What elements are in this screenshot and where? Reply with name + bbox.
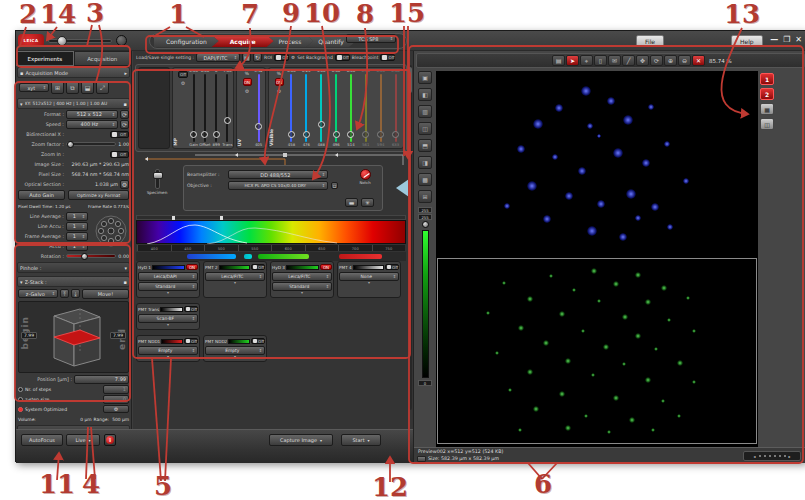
emission-spectrum[interactable] xyxy=(136,220,406,244)
autofocus-button[interactable]: AutoFocus xyxy=(21,434,63,446)
laser-slider-899[interactable]: 0899 xyxy=(211,68,222,148)
detector-expander[interactable]: ▾ xyxy=(138,355,198,360)
snapshot-icon[interactable]: ⊞ xyxy=(418,190,432,203)
detector-off-toggle[interactable]: Off xyxy=(251,338,265,344)
pan-icon[interactable]: ✥ xyxy=(636,55,649,66)
line-accu-stepper[interactable]: 1⇕ xyxy=(66,222,88,231)
pinhole-header[interactable]: Pinhole :▾ xyxy=(17,262,130,273)
rotation-wheel[interactable] xyxy=(94,214,128,248)
single-view-icon[interactable]: ▣ xyxy=(418,71,432,84)
annotation-icon[interactable]: ✉ xyxy=(608,55,621,66)
z-position-field[interactable]: 7.99 xyxy=(74,375,129,384)
laser-knob[interactable] xyxy=(213,131,220,138)
laser-slider-594[interactable]: 0.00594 xyxy=(373,68,388,148)
intensity-reset-button[interactable] xyxy=(116,35,127,46)
detector-off-toggle[interactable]: Off xyxy=(184,306,198,312)
tab-experiments[interactable]: Experiments xyxy=(16,51,74,66)
set-begin-button[interactable]: ⤒ xyxy=(60,289,69,298)
start-button[interactable]: Start▾ xyxy=(341,434,381,446)
zstack-header[interactable]: ▾ Z-Stack : ▪ xyxy=(17,276,130,287)
steps-field[interactable]: 1 xyxy=(103,385,129,394)
middle-scrollbar[interactable] xyxy=(408,65,412,410)
detector-expander[interactable]: ▾ xyxy=(138,323,198,328)
maximize-button[interactable]: ❐ xyxy=(783,35,790,44)
system-optimized-gear-button[interactable]: ⚙ xyxy=(103,405,129,413)
split-channel-icon[interactable]: ◫ xyxy=(418,122,432,135)
roi-gear-icon[interactable]: ⚙ xyxy=(291,55,295,60)
lut-gradient-bar[interactable] xyxy=(422,230,429,378)
bidirectional-toggle[interactable]: Off xyxy=(110,131,129,138)
lut-knob[interactable] xyxy=(422,221,429,228)
set-background-toggle[interactable]: Off xyxy=(335,54,350,61)
objective-info-button[interactable]: ▫ xyxy=(331,182,338,189)
begin-position[interactable]: 7.99 xyxy=(21,332,37,339)
tile-view-icon[interactable]: ◧ xyxy=(418,88,432,101)
laser-slider-633[interactable]: 0.00633 xyxy=(388,68,403,148)
laser-slider-488[interactable]: 5.00488 xyxy=(314,68,329,148)
detector-expander[interactable]: ▾ xyxy=(138,291,198,296)
accu-stepper[interactable]: 1⇕ xyxy=(66,242,88,251)
xz-mode-icon[interactable]: ⧉ xyxy=(66,81,79,94)
intensity-slider-knob[interactable] xyxy=(57,36,67,46)
crosshair-icon[interactable]: ⌖ xyxy=(580,55,593,66)
laser-knob[interactable] xyxy=(303,131,310,138)
beamsplitter-dropdown[interactable]: DD 488/552⇕ xyxy=(228,170,328,179)
channel-button-1[interactable]: 1 xyxy=(760,73,774,85)
system-optimized-radio[interactable] xyxy=(18,407,23,412)
laser-on-toggle[interactable]: ON xyxy=(243,78,252,86)
channel-button-2[interactable]: 2 xyxy=(760,88,774,100)
laser-gear-icon[interactable]: ⚙ xyxy=(277,88,281,94)
reload-setting-button[interactable]: ↻ xyxy=(253,53,262,62)
detector-dropdown[interactable]: Leica/DAPI⇕ xyxy=(138,272,198,281)
channel1-image[interactable] xyxy=(437,71,757,255)
preset-dropdown[interactable]: DAPI/FITC⇕ xyxy=(196,53,240,62)
laser-slider-561[interactable]: 0.00561 xyxy=(358,68,373,148)
ribbon-tab-configuration[interactable]: Configuration xyxy=(154,35,219,47)
laser-slider-514[interactable]: 0.00514 xyxy=(344,68,359,148)
stepsize-radio[interactable] xyxy=(18,397,23,402)
stage-icon[interactable]: ⬓ xyxy=(81,81,94,94)
3d-view-icon[interactable]: ⬒ xyxy=(418,139,432,152)
laser-knob[interactable] xyxy=(362,131,369,138)
laser-slider-Gain[interactable]: 0.00Gain xyxy=(188,68,199,148)
speed-dropdown[interactable]: 400 Hz⇕ xyxy=(66,120,118,129)
save-image-button[interactable]: ▦ xyxy=(760,103,774,115)
detection-range-4[interactable] xyxy=(339,254,382,259)
zoom-factor-slider[interactable] xyxy=(66,142,116,146)
ribbon-tab-process[interactable]: Process xyxy=(267,35,314,47)
ribbon-tab-acquire[interactable]: Acquire xyxy=(212,35,274,47)
expand-arrow-icon[interactable]: ▸ xyxy=(124,70,127,76)
detector-expander[interactable]: ▾ xyxy=(205,281,265,286)
filter-wheel-button[interactable]: ✳ xyxy=(361,198,374,207)
detection-range-2[interactable] xyxy=(244,254,252,259)
laser-knob[interactable] xyxy=(201,131,208,138)
stepsize-field[interactable]: 0 xyxy=(103,395,129,404)
optimize-format-button[interactable]: Optimize xy Format xyxy=(68,190,129,200)
channel2-image[interactable] xyxy=(437,258,757,444)
optical-gear-icon[interactable]: ⚙ xyxy=(120,180,129,189)
close-button[interactable]: ✕ xyxy=(795,35,802,44)
sequence-icon[interactable]: ⤢ xyxy=(96,81,109,94)
frame-navigator[interactable]: ◂▸ xyxy=(743,451,801,461)
detector-expander[interactable]: ▾ xyxy=(339,281,399,286)
speed-refresh-icon[interactable]: ⟳ xyxy=(120,120,129,129)
auto-gain-button[interactable]: Auto Gain xyxy=(18,190,65,200)
detector-dropdown[interactable]: Leica/FITC⇕ xyxy=(272,272,332,281)
rotate-icon[interactable]: ⟳ xyxy=(650,55,663,66)
laser-knob[interactable] xyxy=(318,121,325,128)
format-dropdown[interactable]: 512 x 512⇕ xyxy=(66,110,118,119)
laser-slider-476[interactable]: 0.23476 xyxy=(299,68,314,148)
detector-off-toggle[interactable]: Off xyxy=(184,338,198,344)
laser-slider-458[interactable]: 0.00458 xyxy=(284,68,299,148)
gallery-icon[interactable]: ▤ xyxy=(552,55,565,66)
laser-on-toggle[interactable]: ON xyxy=(275,78,284,86)
capture-image-button[interactable]: Capture Image▾ xyxy=(269,434,333,446)
detector-on-toggle[interactable]: ON xyxy=(186,264,198,270)
laser-gear-icon[interactable]: ⚙ xyxy=(181,80,185,86)
laser-knob[interactable] xyxy=(377,131,384,138)
laser-slider-405[interactable]: 3.92405 xyxy=(252,68,265,148)
trash-icon[interactable]: ▯ xyxy=(594,55,607,66)
pin-icon[interactable]: ▪ xyxy=(124,101,127,107)
zoom-in-icon[interactable]: ⊕ xyxy=(664,55,677,66)
laser-gear-icon[interactable]: ⚙ xyxy=(245,88,249,94)
